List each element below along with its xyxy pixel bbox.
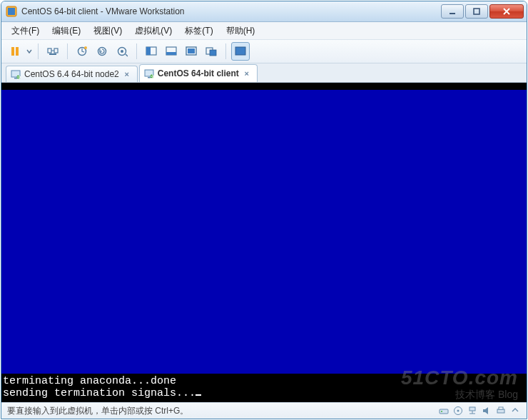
separator <box>136 43 137 59</box>
cd-icon[interactable] <box>452 405 464 416</box>
console-line: terminating anaconda...done <box>3 375 176 387</box>
minimize-icon <box>449 8 456 15</box>
separator <box>225 43 226 59</box>
snapshot-new-icon <box>76 46 88 57</box>
tab-centos-client[interactable]: CentOS 64-bit client × <box>139 64 258 82</box>
power-dropdown[interactable] <box>26 43 33 60</box>
svg-rect-19 <box>188 48 195 53</box>
maximize-button[interactable] <box>465 4 488 19</box>
separator <box>38 43 39 59</box>
chevron-down-icon <box>26 48 32 54</box>
svg-rect-1 <box>8 8 15 15</box>
svg-rect-4 <box>11 47 14 56</box>
fullscreen-button[interactable] <box>182 42 200 61</box>
tab-close-button[interactable]: × <box>123 70 131 78</box>
show-console-icon <box>146 46 157 56</box>
tab-centos-node2[interactable]: CentOS 6.4 64-bit node2 × <box>6 66 138 82</box>
pause-button[interactable] <box>6 42 24 61</box>
thumbnail-bar-button[interactable] <box>162 42 181 61</box>
snapshot-restore-icon <box>96 46 108 57</box>
close-button[interactable] <box>489 4 524 19</box>
svg-rect-35 <box>499 407 503 409</box>
svg-rect-5 <box>16 47 19 56</box>
unity-icon <box>205 46 217 56</box>
fullscreen-icon <box>186 46 197 56</box>
svg-rect-22 <box>235 47 245 55</box>
svg-rect-27 <box>148 77 151 78</box>
stretch-guest-button[interactable] <box>231 42 250 61</box>
menu-vm[interactable]: 虚拟机(V) <box>129 24 178 39</box>
titlebar: CentOS 64-bit client - VMware Workstatio… <box>1 1 527 22</box>
menu-file[interactable]: 文件(F) <box>6 24 45 39</box>
snapshot-new-button[interactable] <box>73 42 91 61</box>
text-cursor <box>196 394 201 396</box>
svg-rect-33 <box>469 407 475 411</box>
menu-tabs[interactable]: 标签(T) <box>179 24 218 39</box>
toolbar <box>1 40 527 63</box>
svg-rect-3 <box>474 9 479 14</box>
thumbnail-bar-icon <box>166 46 177 56</box>
show-console-button[interactable] <box>142 42 161 61</box>
stretch-icon <box>235 46 246 56</box>
network-icon[interactable] <box>467 405 478 416</box>
tab-label: CentOS 64-bit client <box>158 68 239 78</box>
window-controls <box>441 4 524 19</box>
guest-framebuffer <box>1 90 527 395</box>
app-icon <box>6 6 17 17</box>
minimize-button[interactable] <box>441 4 464 19</box>
devices-icon <box>47 46 59 56</box>
svg-rect-17 <box>166 52 176 55</box>
pause-icon <box>10 46 20 56</box>
window-title: CentOS 64-bit client - VMware Workstatio… <box>21 6 441 16</box>
sound-icon[interactable] <box>481 405 492 416</box>
tab-label: CentOS 6.4 64-bit node2 <box>24 69 119 79</box>
snapshot-manager-icon <box>116 46 128 57</box>
status-hint: 要直接输入到此虚拟机，单击内部或按 Ctrl+G。 <box>7 405 188 417</box>
devices-button[interactable] <box>44 42 62 61</box>
svg-rect-2 <box>450 13 455 14</box>
close-icon <box>502 8 511 15</box>
svg-rect-6 <box>48 48 51 53</box>
unity-button[interactable] <box>202 42 220 61</box>
maximize-icon <box>473 8 480 15</box>
svg-rect-7 <box>54 48 58 53</box>
menu-view[interactable]: 视图(V) <box>88 24 128 39</box>
menubar: 文件(F) 编辑(E) 视图(V) 虚拟机(V) 标签(T) 帮助(H) <box>1 22 527 40</box>
console-line: sending termination signals... <box>3 387 196 399</box>
hdd-icon[interactable] <box>438 405 450 416</box>
status-device-icons <box>438 405 521 416</box>
statusbar: 要直接输入到此虚拟机，单击内部或按 Ctrl+G。 <box>1 402 527 419</box>
menu-help[interactable]: 帮助(H) <box>220 24 261 39</box>
separator <box>67 43 68 59</box>
tab-close-button[interactable]: × <box>243 69 251 78</box>
menu-edit[interactable]: 编辑(E) <box>46 24 86 39</box>
svg-rect-21 <box>210 50 216 56</box>
svg-rect-34 <box>497 409 504 413</box>
svg-rect-8 <box>49 53 56 55</box>
app-window: CentOS 64-bit client - VMware Workstatio… <box>1 1 527 419</box>
svg-point-32 <box>457 410 460 412</box>
svg-point-13 <box>121 50 123 53</box>
vm-icon <box>144 68 154 78</box>
svg-point-30 <box>441 411 442 412</box>
svg-point-10 <box>84 46 87 49</box>
expand-icon[interactable] <box>509 405 521 416</box>
svg-rect-24 <box>14 78 17 79</box>
console-output: terminating anaconda...done sending term… <box>1 374 527 402</box>
snapshot-restore-button[interactable] <box>93 42 111 61</box>
printer-icon[interactable] <box>495 405 507 416</box>
guest-display[interactable]: terminating anaconda...done sending term… <box>1 83 527 402</box>
svg-rect-15 <box>146 47 151 55</box>
vm-icon <box>11 69 21 79</box>
snapshot-manager-button[interactable] <box>113 42 131 61</box>
tabstrip: CentOS 6.4 64-bit node2 × CentOS 64-bit … <box>1 63 527 83</box>
svg-rect-29 <box>440 409 448 414</box>
